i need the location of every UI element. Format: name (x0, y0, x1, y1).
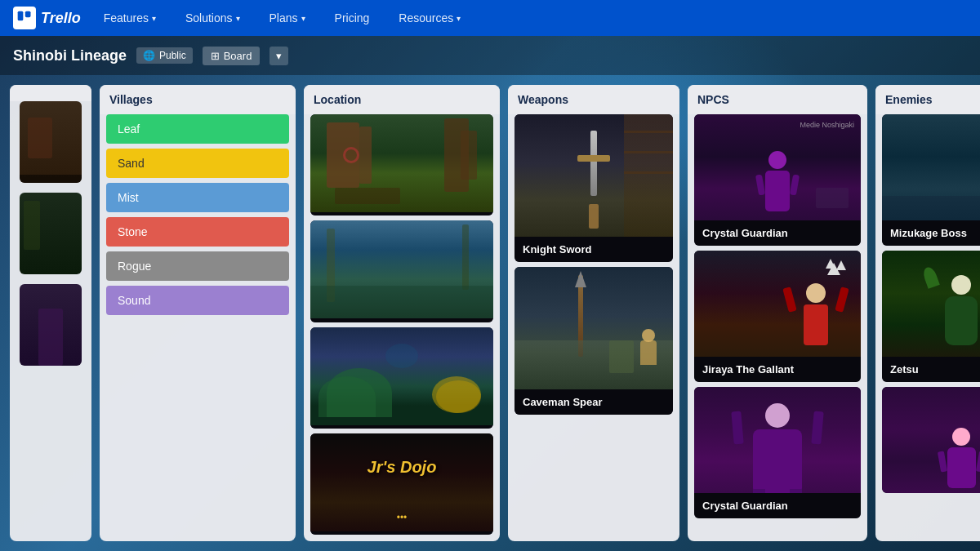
features-chevron-icon: ▾ (152, 14, 156, 23)
zetsu-figure (937, 275, 980, 349)
nav-plans[interactable]: Plans ▾ (263, 8, 312, 28)
partial-card-2[interactable] (20, 193, 82, 274)
caveman-spear-label: Caveman Spear (514, 389, 673, 415)
visibility-label: Public (159, 50, 186, 61)
dojo-image: Jr's Dojo ••• (310, 433, 493, 531)
location-card-myoboku[interactable]: Mount Myoboku (310, 327, 493, 429)
plans-chevron-icon: ▾ (301, 14, 305, 23)
nav-resources[interactable]: Resources ▾ (392, 8, 467, 28)
crystal-guardian-image: Medie Noshigaki (694, 114, 861, 220)
village-leaf[interactable]: Leaf (106, 114, 289, 144)
dojo-sign-text: Jr's Dojo (368, 458, 437, 477)
sword-guard (577, 155, 610, 162)
location-card-greenwood[interactable]: Greenwood (310, 220, 493, 322)
jiraya-image (694, 251, 861, 357)
enemies-content: Mizukage Boss Zetsu (875, 114, 980, 541)
villages-header: Villages (100, 85, 296, 114)
visibility-badge[interactable]: 🌐 Public (136, 47, 193, 64)
location-content: The Hidden Leaf Greenwood Mount Myobok (304, 114, 500, 541)
zetsu-head (951, 275, 971, 295)
myoboku-label: Mount Myoboku (310, 425, 493, 429)
partial-card-3[interactable] (20, 284, 82, 366)
svg-rect-1 (25, 11, 31, 18)
weapons-header: Weapons (508, 85, 679, 114)
villages-column: Villages Leaf Sand Mist Stone Rogue Soun… (100, 85, 296, 541)
knight-sword-image (514, 114, 673, 237)
mizukage-image (882, 114, 980, 220)
village-stone[interactable]: Stone (106, 217, 289, 247)
crystal-guardian2-figure (745, 403, 810, 493)
board-view-button[interactable]: ⊞ Board (203, 47, 261, 65)
zetsu-body (945, 296, 978, 345)
npc-card-crystal-guardian-2[interactable]: Crystal Guardian (694, 387, 861, 518)
svg-rect-0 (18, 11, 24, 21)
villages-content: Leaf Sand Mist Stone Rogue Sound (100, 114, 296, 541)
dojo-label: Jr's Dojo (310, 531, 493, 535)
sword-blade (590, 131, 597, 196)
board-title: Shinobi Lineage (13, 47, 127, 64)
crystal-guardian2-head (765, 403, 790, 428)
crystal-guardian-head (768, 151, 786, 169)
enemy-card-3[interactable] (882, 387, 980, 493)
location-card-hidden-leaf[interactable]: The Hidden Leaf (310, 114, 493, 216)
crystal-guardian-label: Crystal Guardian (694, 220, 861, 246)
weapons-content: Knight Sword Caveman Spear (508, 114, 679, 541)
jiraya-figure (795, 283, 836, 353)
village-mist[interactable]: Mist (106, 183, 289, 212)
board-icon: ⊞ (211, 50, 220, 62)
npcs-header: NPCS (688, 85, 867, 114)
enemy-card-mizukage[interactable]: Mizukage Boss (882, 114, 980, 246)
trello-logo-text: Trello (41, 10, 81, 27)
caveman-spear-image (514, 267, 673, 389)
village-rogue[interactable]: Rogue (106, 251, 289, 281)
zetsu-label: Zetsu (882, 357, 980, 382)
location-header: Location (304, 85, 500, 114)
crystal-guardian-body (765, 171, 790, 211)
crystal-guardian2-label: Crystal Guardian (694, 493, 861, 518)
resources-chevron-icon: ▾ (457, 14, 461, 23)
board-dropdown-button[interactable]: ▾ (270, 47, 288, 65)
globe-icon: 🌐 (143, 50, 155, 61)
enemies-column: Enemies Mizukage Boss (875, 85, 980, 541)
crystal-guardian2-image (694, 387, 861, 493)
mizukage-label: Mizukage Boss (882, 220, 980, 246)
nav-pricing[interactable]: Pricing (328, 8, 376, 28)
enemy-card-zetsu[interactable]: Zetsu (882, 251, 980, 382)
crystal-guardian2-body (753, 429, 802, 493)
village-sound[interactable]: Sound (106, 286, 289, 315)
spear-tip-icon (575, 271, 586, 287)
greenwood-image (310, 220, 493, 318)
weapon-card-caveman-spear[interactable]: Caveman Spear (514, 267, 673, 415)
partial-column-content (10, 101, 91, 377)
partial-card-1[interactable] (20, 101, 82, 183)
npcs-column: NPCS Medie Noshigaki (688, 85, 867, 541)
nav-solutions[interactable]: Solutions ▾ (179, 8, 247, 28)
location-card-dojo[interactable]: Jr's Dojo ••• Jr's Dojo (310, 433, 493, 535)
zetsu-image (882, 251, 980, 357)
partial-left-column (10, 85, 91, 541)
knight-sword-label: Knight Sword (514, 237, 673, 262)
enemies-header: Enemies (875, 85, 980, 114)
dropdown-chevron-icon: ▾ (276, 50, 282, 62)
greenwood-label: Greenwood (310, 318, 493, 322)
solutions-chevron-icon: ▾ (236, 14, 240, 23)
enemy3-image (882, 387, 980, 493)
trello-logo-icon (13, 7, 36, 29)
npc-card-jiraya[interactable]: Jiraya The Gallant (694, 251, 861, 382)
npcs-content: Medie Noshigaki Crystal Guardian (688, 114, 867, 541)
weapons-column: Weapons Knight Sword (508, 85, 679, 541)
crystal-guardian-figure (757, 151, 798, 216)
partial-column-header (10, 85, 91, 101)
location-column: Location The Hidden Leaf (304, 85, 500, 541)
weapon-card-knight-sword[interactable]: Knight Sword (514, 114, 673, 262)
npc-card-crystal-guardian[interactable]: Medie Noshigaki Crystal Guardian (694, 114, 861, 246)
jiraya-label: Jiraya The Gallant (694, 357, 861, 382)
nav-features[interactable]: Features ▾ (97, 8, 163, 28)
view-label: Board (224, 50, 252, 62)
hidden-leaf-image (310, 114, 493, 212)
myoboku-image (310, 327, 493, 425)
jiraya-head (806, 283, 826, 303)
jiraya-body (804, 304, 828, 345)
trello-logo[interactable]: Trello (13, 7, 81, 29)
village-sand[interactable]: Sand (106, 149, 289, 178)
